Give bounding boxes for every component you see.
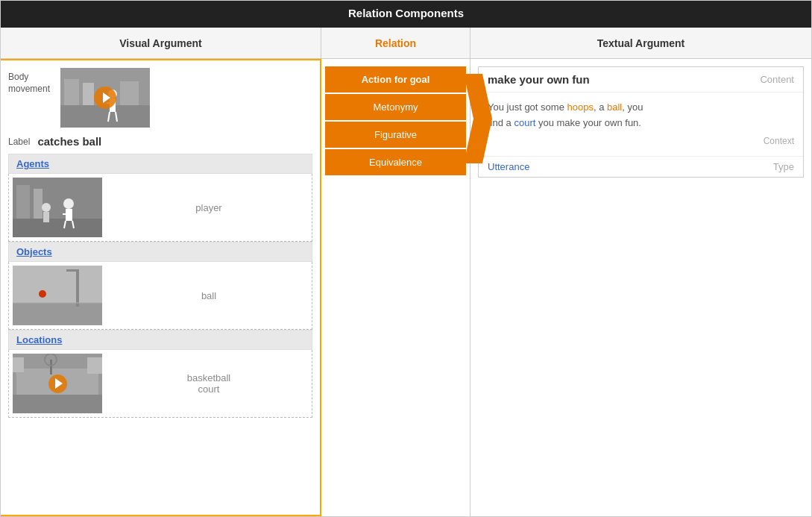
content-area: Bodymovement bbox=[1, 59, 811, 516]
agents-header[interactable]: Agents bbox=[8, 154, 312, 174]
label-value: catches ball bbox=[37, 135, 101, 148]
relation-items: Action for goal Metonymy Figurative Equi… bbox=[325, 66, 466, 177]
relation-column: Action for goal Metonymy Figurative Equi… bbox=[321, 59, 470, 516]
relation-item-equivalence[interactable]: Equivalence bbox=[325, 149, 466, 175]
locations-label: basketballcourt bbox=[106, 372, 312, 395]
agents-section: Agents bbox=[8, 154, 312, 242]
textual-body: You just got some hoops, a ball, you fin… bbox=[479, 93, 803, 157]
visual-column: Bodymovement bbox=[1, 59, 321, 516]
textual-argument-header: Textual Argument bbox=[470, 28, 811, 58]
label-text: Label bbox=[8, 137, 30, 147]
body-movement-section: Bodymovement bbox=[8, 68, 312, 128]
svg-rect-13 bbox=[34, 189, 43, 219]
textual-header: make your own fun Content bbox=[479, 67, 803, 93]
locations-play-button[interactable] bbox=[48, 375, 67, 393]
locations-link[interactable]: Locations bbox=[16, 334, 62, 345]
svg-point-14 bbox=[42, 203, 51, 212]
text-court: court bbox=[514, 117, 535, 128]
svg-rect-2 bbox=[64, 79, 79, 105]
svg-rect-3 bbox=[83, 83, 94, 105]
main-container: Relation Components Visual Argument Rela… bbox=[0, 0, 812, 517]
svg-point-16 bbox=[63, 198, 74, 209]
textual-box: make your own fun Content You just got s… bbox=[478, 66, 804, 178]
play-button[interactable] bbox=[94, 87, 116, 109]
content-type-label: Content bbox=[760, 74, 794, 85]
arrow-svg bbox=[464, 74, 492, 163]
svg-rect-33 bbox=[87, 357, 102, 374]
context-label: Context bbox=[488, 134, 794, 148]
textual-footer: Utterance Type bbox=[479, 157, 803, 177]
objects-row: ball bbox=[8, 262, 312, 330]
text-you: , you bbox=[622, 101, 643, 113]
svg-rect-23 bbox=[76, 269, 79, 307]
svg-rect-22 bbox=[13, 303, 102, 325]
relation-item-metonymy[interactable]: Metonymy bbox=[325, 94, 466, 120]
textual-body-text: You just got some hoops, a ball, you fin… bbox=[488, 100, 794, 131]
svg-point-25 bbox=[39, 290, 46, 298]
svg-rect-30 bbox=[50, 360, 52, 375]
svg-rect-24 bbox=[66, 269, 79, 272]
svg-rect-11 bbox=[13, 219, 102, 237]
label-row: Label catches ball bbox=[8, 135, 312, 148]
svg-rect-32 bbox=[13, 357, 24, 372]
objects-video-frame bbox=[13, 266, 102, 325]
svg-rect-28 bbox=[13, 395, 102, 413]
title-bar: Relation Components bbox=[1, 1, 811, 28]
objects-link[interactable]: Objects bbox=[16, 246, 52, 257]
agents-link[interactable]: Agents bbox=[16, 158, 49, 169]
relation-item-action-for-goal[interactable]: Action for goal bbox=[325, 66, 466, 93]
objects-video[interactable] bbox=[13, 266, 102, 325]
body-movement-label: Bodymovement bbox=[8, 68, 60, 95]
text-ball: ball bbox=[607, 101, 622, 113]
textual-body-line2: find a court you make your own fun. bbox=[488, 116, 641, 131]
objects-label: ball bbox=[106, 290, 312, 301]
type-label: Type bbox=[773, 161, 794, 172]
textual-column: make your own fun Content You just got s… bbox=[470, 59, 811, 516]
agents-row: player bbox=[8, 174, 312, 242]
svg-rect-15 bbox=[43, 212, 49, 222]
agents-video[interactable] bbox=[13, 178, 102, 237]
relation-arrow bbox=[464, 74, 492, 166]
text-comma-a: , a bbox=[594, 101, 607, 113]
locations-section: Locations bbox=[8, 330, 312, 418]
column-headers: Visual Argument Relation Textual Argumen… bbox=[1, 28, 811, 59]
textual-title: make your own fun bbox=[488, 73, 590, 86]
locations-header[interactable]: Locations bbox=[8, 330, 312, 350]
textual-body-line: You just got some hoops, a ball, you bbox=[488, 100, 643, 116]
relation-header: Relation bbox=[321, 28, 470, 58]
text-you-just: You just got some bbox=[488, 101, 567, 113]
body-movement-video[interactable] bbox=[60, 68, 150, 128]
locations-row: basketballcourt bbox=[8, 350, 312, 418]
svg-marker-34 bbox=[464, 74, 492, 163]
text-hoops: hoops bbox=[567, 101, 593, 113]
svg-rect-4 bbox=[120, 81, 139, 105]
agents-video-frame bbox=[13, 178, 102, 237]
utterance-label: Utterance bbox=[488, 161, 529, 172]
agents-label: player bbox=[106, 202, 312, 213]
objects-section: Objects bbox=[8, 242, 312, 330]
text-you-make: you make your own fun. bbox=[535, 117, 641, 128]
locations-video[interactable] bbox=[13, 354, 102, 413]
svg-rect-12 bbox=[16, 185, 30, 219]
relation-item-figurative[interactable]: Figurative bbox=[325, 122, 466, 148]
visual-argument-header: Visual Argument bbox=[1, 28, 321, 58]
app-title: Relation Components bbox=[348, 7, 464, 19]
objects-header[interactable]: Objects bbox=[8, 242, 312, 262]
